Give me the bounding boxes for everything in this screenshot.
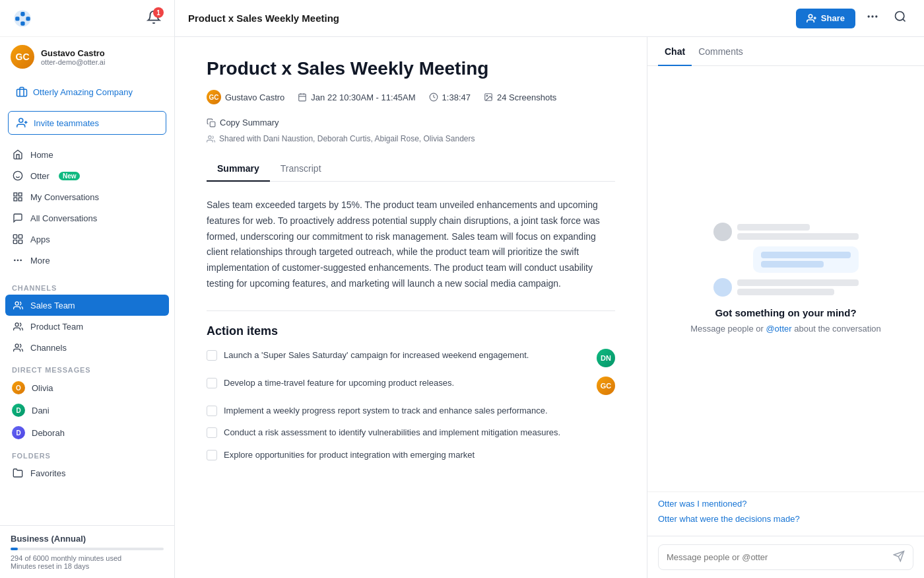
action-item-text: Develop a time-travel feature for upcomi… — [224, 377, 590, 390]
svg-line-34 — [903, 19, 906, 22]
sidebar-item-label: All Conversations — [30, 213, 97, 223]
screenshots-label: 24 Screenshots — [497, 92, 556, 102]
folder-icon — [12, 467, 24, 479]
svg-point-26 — [15, 343, 18, 347]
date-meta: Jan 22 10:30AM - 11:45AM — [298, 92, 415, 102]
channel-icon — [12, 320, 24, 332]
invite-button[interactable]: Invite teammates — [8, 111, 166, 135]
reset-text: Minutes reset in 18 days — [11, 562, 164, 570]
bubble-lines — [737, 224, 859, 240]
sidebar-item-label: Channels — [30, 343, 67, 353]
dm-label: Olivia — [32, 383, 53, 393]
share-button[interactable]: Share — [796, 9, 855, 28]
topbar-title: Product x Sales Weekly Meeting — [188, 13, 339, 24]
sidebar-item-sales-team[interactable]: Sales Team — [5, 295, 169, 316]
svg-point-25 — [15, 322, 18, 326]
action-item-checkbox[interactable] — [207, 378, 217, 388]
main: Product x Sales Weekly Meeting Share Pro… — [175, 0, 924, 578]
nav-section: Home Otter New My Conversations All Conv… — [0, 139, 174, 276]
svg-point-30 — [868, 16, 869, 17]
action-item-text: Launch a 'Super Sales Saturday' campaign… — [224, 349, 590, 362]
channels-label: CHANNELS — [0, 276, 174, 295]
bubble-line — [737, 279, 859, 286]
doc-duration: 1:38:47 — [442, 92, 471, 102]
action-item-checkbox[interactable] — [207, 450, 217, 460]
bubble-avatar — [713, 223, 732, 241]
sidebar-item-otter[interactable]: Otter New — [0, 165, 174, 186]
sidebar-item-all-conversations[interactable]: All Conversations — [0, 207, 174, 229]
send-icon — [893, 550, 905, 562]
suggestion-link-2[interactable]: Otter what were the decisions made? — [658, 514, 913, 524]
sidebar-item-olivia[interactable]: O Olivia — [0, 377, 174, 399]
chat-input-area — [647, 536, 924, 578]
suggestion-link-1[interactable]: Otter was I mentioned? — [658, 499, 913, 509]
action-item-text: Conduct a risk assessment to identify vu… — [224, 426, 615, 439]
invite-label: Invite teammates — [34, 118, 99, 128]
action-item: Conduct a risk assessment to identify vu… — [207, 426, 615, 439]
user-name: Gustavo Castro — [41, 48, 105, 58]
channels-icon — [12, 342, 24, 353]
chat-input[interactable] — [667, 552, 888, 562]
avatar: GC — [11, 45, 34, 69]
sidebar-item-product-team[interactable]: Product Team — [0, 316, 174, 337]
action-item-checkbox[interactable] — [207, 406, 217, 416]
dm-avatar-olivia: O — [12, 381, 25, 394]
svg-rect-19 — [18, 240, 22, 243]
bubble-line — [737, 224, 810, 231]
otter-icon — [12, 170, 24, 182]
svg-point-41 — [486, 95, 488, 96]
screenshots-meta[interactable]: 24 Screenshots — [484, 92, 556, 102]
user-info: Gustavo Castro otter-demo@otter.ai — [41, 48, 105, 66]
doc-title: Product x Sales Weekly Meeting — [207, 58, 615, 79]
svg-point-7 — [19, 118, 23, 122]
sidebar-item-deborah[interactable]: D Deborah — [0, 421, 174, 444]
dm-label: Deborah — [32, 428, 65, 438]
chat-placeholder-title: Got something on your mind? — [715, 307, 856, 318]
action-item-checkbox[interactable] — [207, 427, 217, 438]
sidebar-item-home[interactable]: Home — [0, 144, 174, 165]
logo-icon — [11, 7, 34, 30]
tab-comments[interactable]: Comments — [692, 37, 750, 66]
svg-point-10 — [13, 171, 22, 180]
more-icon — [12, 254, 24, 266]
sidebar-item-favorites[interactable]: Favorites — [0, 462, 174, 484]
direct-messages-section: DIRECT MESSAGES O Olivia D Dani D Debora… — [0, 358, 174, 444]
svg-point-33 — [896, 12, 904, 20]
tab-transcript[interactable]: Transcript — [270, 157, 332, 182]
doc-tabs: Summary Transcript — [207, 157, 615, 182]
action-items-list: Launch a 'Super Sales Saturday' campaign… — [207, 349, 615, 462]
company-button[interactable]: Otterly Amazing Company — [8, 81, 166, 103]
author-name: Gustavo Castro — [225, 92, 284, 102]
chat-tabs: Chat Comments — [647, 37, 924, 66]
sidebar-item-label: My Conversations — [30, 192, 99, 202]
action-item: Launch a 'Super Sales Saturday' campaign… — [207, 349, 615, 367]
svg-point-22 — [17, 260, 18, 260]
send-button[interactable] — [893, 550, 905, 564]
tab-chat[interactable]: Chat — [658, 37, 692, 66]
placeholder-text-2: about the conversation — [792, 324, 881, 334]
chat-panel: Chat Comments — [647, 37, 924, 578]
divider — [207, 310, 615, 311]
action-item-text: Implement a weekly progress report syste… — [224, 404, 615, 417]
notification-button[interactable]: 1 — [144, 7, 164, 29]
action-item-checkbox[interactable] — [207, 350, 217, 361]
sidebar-item-dani[interactable]: D Dani — [0, 399, 174, 421]
bubble-avatar — [713, 278, 732, 297]
channels-section: CHANNELS Sales Team Product Team Channel… — [0, 276, 174, 358]
sidebar-item-apps[interactable]: Apps — [0, 229, 174, 250]
sidebar-item-more[interactable]: More — [0, 250, 174, 271]
svg-point-23 — [20, 260, 21, 260]
more-options-button[interactable] — [862, 6, 883, 30]
search-icon — [894, 10, 907, 23]
shared-with-text: Shared with Dani Naustion, Deborah Curti… — [219, 134, 475, 143]
copy-summary-meta[interactable]: Copy Summary — [207, 118, 279, 127]
topbar: Product x Sales Weekly Meeting Share — [175, 0, 924, 37]
sidebar-item-channels[interactable]: Channels — [0, 337, 174, 358]
sidebar-item-label: Product Team — [30, 322, 83, 332]
user-section[interactable]: GC Gustavo Castro otter-demo@otter.ai — [0, 37, 174, 77]
new-badge: New — [59, 172, 81, 180]
calendar-icon — [298, 92, 307, 102]
sidebar-item-my-conversations[interactable]: My Conversations — [0, 186, 174, 207]
tab-summary[interactable]: Summary — [207, 157, 270, 182]
search-button[interactable] — [890, 6, 911, 30]
